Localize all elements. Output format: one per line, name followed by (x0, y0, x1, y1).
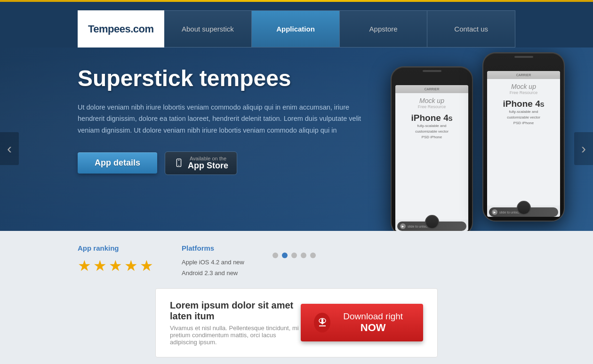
download-normal-text: Download right (343, 311, 403, 321)
next-arrow-button[interactable]: › (574, 132, 593, 165)
platforms-block: Platforms Apple iOS 4.2 and new Android … (182, 244, 244, 279)
slide-arrow-1: ► (400, 223, 406, 229)
mockup-label-2: Mock up (511, 83, 536, 90)
dot-4[interactable] (301, 253, 306, 258)
phone-desc-2: fully-scalable and customizable vector P… (507, 109, 540, 126)
app-details-button[interactable]: App details (78, 152, 157, 174)
hero-section: ‹ Superstick tempees Ut dolore veniam ni… (0, 47, 593, 231)
download-wrapper: Lorem ipsum dolor sit amet laten itum Vi… (0, 288, 593, 364)
platforms-label: Platforms (182, 244, 244, 252)
dot-1[interactable] (272, 253, 278, 258)
phone-mockup-2: CARRIER Mock up Free Resource iPhone 4S … (482, 52, 565, 222)
carousel-dots (272, 253, 515, 258)
slide-arrow-2: ► (492, 209, 497, 215)
stars-row: ★ ★ ★ ★ ★ (78, 257, 153, 275)
hero-description: Ut dolore veniam nibh iriure lobortis ve… (78, 102, 369, 136)
star-2: ★ (93, 257, 107, 275)
star-4: ★ (124, 257, 138, 275)
phone-mockup-1: CARRIER Mock up Free Resource iPhone 4S … (391, 66, 473, 231)
nav-item-contact[interactable]: Contact us (427, 11, 515, 47)
phone-desc-1: fully-scalable and customizable vector P… (415, 123, 449, 140)
appstore-small-text: Available on the (188, 156, 228, 161)
logo-text: Tempees.com (88, 23, 154, 35)
hero-title: Superstick tempees (78, 66, 369, 91)
nav-item-application[interactable]: Application (252, 11, 340, 47)
svg-point-2 (178, 165, 179, 166)
nav-label-contact: Contact us (454, 25, 488, 33)
download-button-text: Download right NOW (336, 311, 410, 334)
phone-screen-2: CARRIER Mock up Free Resource iPhone 4S … (487, 71, 560, 217)
dots-block (272, 244, 515, 258)
phone-screen-1: CARRIER Mock up Free Resource iPhone 4S … (395, 85, 468, 231)
download-bold-text: NOW (361, 322, 386, 333)
nav-items: About superstick Application Appstore Co… (164, 10, 515, 47)
dot-3[interactable] (291, 253, 297, 258)
nav-item-appstore[interactable]: Appstore (340, 11, 428, 47)
mockup-free-2: Free Resource (510, 90, 538, 95)
nav-label-about: About superstick (182, 25, 234, 33)
phone-model-2: iPhone 4S (503, 99, 545, 109)
mockup-label-1: Mock up (419, 97, 444, 104)
download-button[interactable]: Download right NOW (301, 304, 423, 341)
download-description: Vivamus et nisl nulla. Pellentesque tinc… (170, 324, 301, 346)
phone-icon (174, 158, 184, 168)
ranking-block: App ranking ★ ★ ★ ★ ★ (78, 244, 153, 275)
ranking-label: App ranking (78, 244, 153, 252)
star-1: ★ (78, 257, 91, 275)
download-icon (314, 313, 330, 332)
navbar: Tempees.com About superstick Application… (0, 2, 593, 47)
phone-screen-content-2: Mock up Free Resource iPhone 4S fully-sc… (487, 79, 560, 206)
phone-home-2 (517, 201, 531, 215)
dot-2[interactable] (282, 253, 288, 258)
appstore-button[interactable]: Available on the App Store (165, 151, 237, 175)
phones-container: CARRIER Mock up Free Resource iPhone 4S … (391, 52, 565, 231)
phone-screen-header-2: CARRIER (487, 71, 560, 79)
phone-speaker-2 (514, 56, 533, 58)
nav-item-about[interactable]: About superstick (164, 11, 252, 47)
info-section: App ranking ★ ★ ★ ★ ★ Platforms Apple iO… (0, 231, 593, 288)
phone-model-1: iPhone 4S (411, 113, 453, 123)
download-title: Lorem ipsum dolor sit amet laten itum (170, 300, 301, 322)
phone-screen-header-1: CARRIER (395, 85, 468, 93)
star-3: ★ (109, 257, 122, 275)
hero-content-area: Superstick tempees Ut dolore veniam nibh… (0, 47, 593, 231)
download-section: Lorem ipsum dolor sit amet laten itum Vi… (155, 288, 438, 357)
prev-arrow-button[interactable]: ‹ (0, 132, 19, 165)
phone-home-1 (425, 215, 439, 229)
dot-5[interactable] (310, 253, 316, 258)
hero-buttons: App details Available on the App Store (78, 151, 369, 175)
appstore-text: Available on the App Store (188, 156, 228, 171)
star-5: ★ (140, 257, 153, 275)
platform-line-1: Apple iOS 4.2 and new Android 2.3 and ne… (182, 257, 244, 279)
nav-label-appstore: Appstore (369, 25, 398, 33)
nav-label-application: Application (276, 25, 315, 33)
cloud-download-icon (317, 317, 328, 328)
phone-screen-content-1: Mock up Free Resource iPhone 4S fully-sc… (395, 93, 468, 220)
mockup-free-1: Free Resource (418, 104, 446, 109)
download-text: Lorem ipsum dolor sit amet laten itum Vi… (170, 300, 301, 346)
appstore-large-text: App Store (188, 161, 228, 171)
hero-text-block: Superstick tempees Ut dolore veniam nibh… (78, 66, 369, 175)
phone-speaker-1 (423, 70, 441, 72)
nav-logo[interactable]: Tempees.com (78, 10, 164, 47)
